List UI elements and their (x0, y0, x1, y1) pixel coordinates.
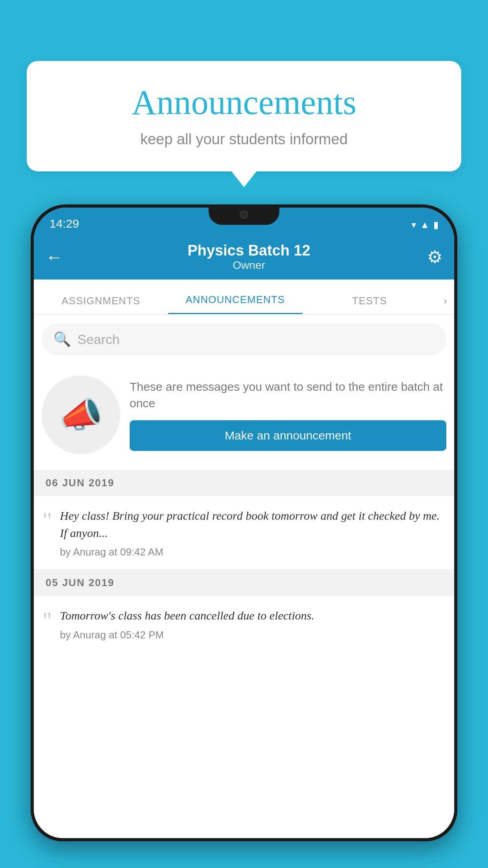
announcement-item-2[interactable]: " Tomorrow's class has been cancelled du… (34, 596, 454, 652)
battery-icon: ▮ (433, 219, 438, 230)
settings-button[interactable]: ⚙ (427, 247, 442, 267)
status-time: 14:29 (50, 217, 79, 230)
promo-right: These are messages you want to send to t… (130, 379, 446, 451)
signal-icon: ▲ (420, 219, 429, 230)
date-divider-2: 05 JUN 2019 (34, 570, 454, 596)
quote-icon-1: " (42, 507, 52, 558)
phone-outer: 14:29 ▾ ▲ ▮ ← Physics Batch 12 Owner ⚙ A… (31, 204, 457, 841)
speech-bubble-arrow (231, 171, 257, 187)
speech-bubble: Announcements keep all your students inf… (27, 61, 461, 171)
app-bar: ← Physics Batch 12 Owner ⚙ (34, 234, 454, 280)
announcement-meta-2: by Anurag at 05:42 PM (60, 629, 164, 641)
tabs: ASSIGNMENTS ANNOUNCEMENTS TESTS › (34, 280, 454, 315)
tab-tests[interactable]: TESTS (303, 295, 437, 314)
tab-assignments[interactable]: ASSIGNMENTS (34, 295, 168, 314)
promo-description: These are messages you want to send to t… (130, 379, 446, 412)
announcement-content-2: Tomorrow's class has been cancelled due … (60, 607, 446, 641)
content-area: 🔍 Search 📣 These are messages you want t… (34, 315, 454, 838)
date-divider-1: 06 JUN 2019 (34, 470, 454, 496)
announcement-content-1: Hey class! Bring your practical record b… (60, 507, 446, 558)
bubble-subtitle: keep all your students informed (50, 131, 438, 148)
make-announcement-button[interactable]: Make an announcement (130, 420, 446, 451)
phone-notch (209, 204, 279, 225)
wifi-icon: ▾ (411, 219, 416, 230)
phone-wrapper: 14:29 ▾ ▲ ▮ ← Physics Batch 12 Owner ⚙ A… (31, 204, 457, 868)
app-bar-subtitle: Owner (71, 259, 427, 272)
app-bar-title: Physics Batch 12 (71, 242, 427, 259)
bubble-title: Announcements (50, 83, 438, 122)
megaphone-icon: 📣 (59, 394, 103, 436)
search-icon: 🔍 (53, 331, 71, 348)
speech-bubble-section: Announcements keep all your students inf… (27, 61, 461, 187)
notch-camera (240, 210, 248, 219)
announcement-item-1[interactable]: " Hey class! Bring your practical record… (34, 496, 454, 570)
announcement-text-2: Tomorrow's class has been cancelled due … (60, 607, 446, 624)
announcement-promo: 📣 These are messages you want to send to… (34, 364, 454, 470)
tab-announcements[interactable]: ANNOUNCEMENTS (168, 294, 303, 314)
back-button[interactable]: ← (46, 247, 63, 267)
phone-screen: 14:29 ▾ ▲ ▮ ← Physics Batch 12 Owner ⚙ A… (34, 208, 454, 838)
app-bar-title-area: Physics Batch 12 Owner (71, 242, 427, 272)
quote-icon-2: " (42, 607, 52, 641)
status-icons: ▾ ▲ ▮ (411, 219, 438, 230)
announcement-meta-1: by Anurag at 09:42 AM (60, 546, 163, 558)
search-bar[interactable]: 🔍 Search (42, 324, 446, 355)
announcement-text-1: Hey class! Bring your practical record b… (60, 507, 446, 541)
promo-icon-circle: 📣 (42, 375, 120, 454)
search-placeholder: Search (77, 332, 120, 347)
tab-more[interactable]: › (437, 295, 454, 314)
